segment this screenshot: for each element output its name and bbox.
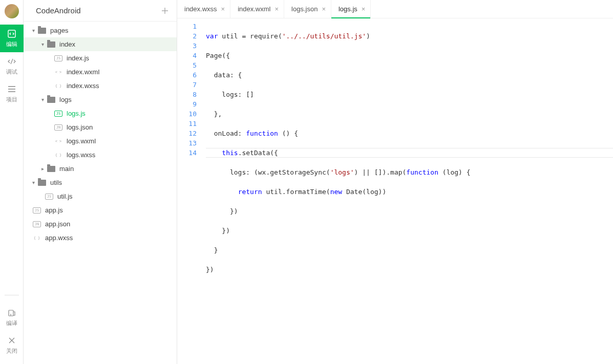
- file-index-wxml[interactable]: < > index.wxml: [24, 65, 177, 79]
- tool-close[interactable]: 关闭: [0, 331, 24, 359]
- project-name: CodeAndroid: [36, 6, 81, 15]
- js-icon: JS: [33, 207, 41, 213]
- code-content[interactable]: var util = require('../../utils/util.js'…: [206, 22, 613, 364]
- file-logs-wxss[interactable]: { } logs.wxss: [24, 148, 177, 162]
- tab-bar: index.wxss × index.wxml × logs.json × lo…: [177, 0, 613, 18]
- json-icon: JN: [54, 124, 62, 131]
- tab-index-wxss[interactable]: index.wxss ×: [177, 0, 230, 18]
- tree-label: logs.js: [67, 110, 86, 117]
- tool-compile[interactable]: 编译: [0, 304, 24, 331]
- tab-label: index.wxss: [184, 5, 217, 13]
- tab-label: logs.js: [339, 5, 357, 13]
- tool-debug-label: 调试: [6, 68, 17, 76]
- folder-index[interactable]: ▾ index: [24, 37, 177, 51]
- close-icon[interactable]: ×: [221, 5, 225, 13]
- add-button[interactable]: [160, 6, 170, 15]
- folder-icon: [47, 97, 55, 103]
- folder-icon: [47, 166, 55, 172]
- tree-label: app.js: [45, 206, 63, 214]
- tab-label: index.wxml: [238, 5, 270, 13]
- tab-logs-json[interactable]: logs.json ×: [284, 0, 331, 18]
- folder-main[interactable]: ▸ main: [24, 162, 177, 176]
- tree-label: app.json: [45, 220, 70, 228]
- tree-label: index.wxss: [67, 82, 99, 90]
- line-gutter: 1234567891011121314: [177, 22, 206, 364]
- close-icon[interactable]: ×: [274, 5, 279, 13]
- tree-label: utils: [50, 179, 62, 186]
- tool-close-label: 关闭: [6, 347, 17, 355]
- tree-label: index: [59, 40, 75, 48]
- tool-edit-label: 编辑: [6, 40, 17, 48]
- tab-label: logs.json: [291, 5, 318, 13]
- wxss-icon: { }: [54, 83, 62, 89]
- tool-debug[interactable]: 调试: [0, 52, 24, 80]
- tree-label: logs: [59, 96, 72, 103]
- tool-compile-label: 编译: [6, 319, 17, 327]
- tool-edit[interactable]: 编辑: [0, 25, 24, 52]
- tool-project[interactable]: 项目: [0, 80, 24, 108]
- editor: index.wxss × index.wxml × logs.json × lo…: [177, 0, 613, 364]
- js-icon: JS: [54, 111, 62, 117]
- folder-icon: [38, 180, 46, 186]
- folder-logs[interactable]: ▾ logs: [24, 93, 177, 106]
- debug-icon: [7, 57, 16, 66]
- tab-index-wxml[interactable]: index.wxml ×: [230, 0, 284, 18]
- file-logs-js[interactable]: JS logs.js: [24, 106, 177, 120]
- close-icon[interactable]: ×: [322, 5, 326, 13]
- wxml-icon: < >: [54, 69, 62, 75]
- avatar[interactable]: [5, 4, 19, 18]
- file-index-wxss[interactable]: { } index.wxss: [24, 79, 177, 93]
- tree-label: app.wxss: [45, 234, 73, 242]
- folder-utils[interactable]: ▾ utils: [24, 176, 177, 189]
- file-logs-json[interactable]: JN logs.json: [24, 120, 177, 134]
- tree-label: index.js: [67, 54, 89, 62]
- tree-label: index.wxml: [67, 68, 99, 76]
- file-logs-wxml[interactable]: < > logs.wxml: [24, 134, 177, 148]
- code-area[interactable]: 1234567891011121314 var util = require('…: [177, 18, 613, 364]
- file-app-json[interactable]: JN app.json: [24, 217, 177, 231]
- tree-label: pages: [50, 27, 68, 34]
- wxss-icon: { }: [33, 235, 41, 241]
- tree-label: util.js: [57, 192, 73, 200]
- json-icon: JN: [33, 221, 41, 227]
- file-util-js[interactable]: JS util.js: [24, 189, 177, 203]
- toolbar-bottom: 编译 关闭: [0, 295, 24, 359]
- folder-icon: [47, 41, 55, 48]
- divider: [5, 295, 19, 295]
- chevron-down-icon: ▾: [40, 97, 45, 102]
- sidebar: CodeAndroid ▾ pages ▾ index JS index.js …: [24, 0, 177, 364]
- close-icon: [7, 336, 16, 345]
- folder-pages[interactable]: ▾ pages: [24, 24, 177, 37]
- file-index-js[interactable]: JS index.js: [24, 51, 177, 65]
- tree-label: logs.wxss: [67, 151, 95, 159]
- js-icon: JS: [54, 55, 62, 61]
- close-icon[interactable]: ×: [362, 5, 366, 13]
- tab-logs-js[interactable]: logs.js ×: [331, 0, 371, 18]
- file-app-wxss[interactable]: { } app.wxss: [24, 231, 177, 245]
- wxml-icon: < >: [54, 138, 62, 144]
- tree-label: logs.wxml: [67, 137, 96, 145]
- tool-project-label: 项目: [6, 96, 17, 103]
- tree-label: logs.json: [67, 123, 93, 131]
- left-toolbar: 编辑 调试 项目 编译 关闭: [0, 0, 24, 364]
- file-app-js[interactable]: JS app.js: [24, 203, 177, 217]
- compile-icon: [7, 308, 16, 317]
- chevron-down-icon: ▾: [31, 180, 36, 185]
- menu-icon: [7, 84, 16, 94]
- code-icon: [7, 29, 16, 38]
- chevron-down-icon: ▾: [40, 41, 45, 47]
- tree-label: main: [59, 165, 74, 173]
- wxss-icon: { }: [54, 152, 62, 158]
- sidebar-header: CodeAndroid: [24, 0, 177, 22]
- js-icon: JS: [45, 194, 53, 200]
- folder-icon: [38, 28, 46, 34]
- chevron-down-icon: ▾: [31, 28, 36, 33]
- chevron-right-icon: ▸: [40, 166, 45, 172]
- file-tree: ▾ pages ▾ index JS index.js < > index.wx…: [24, 22, 177, 364]
